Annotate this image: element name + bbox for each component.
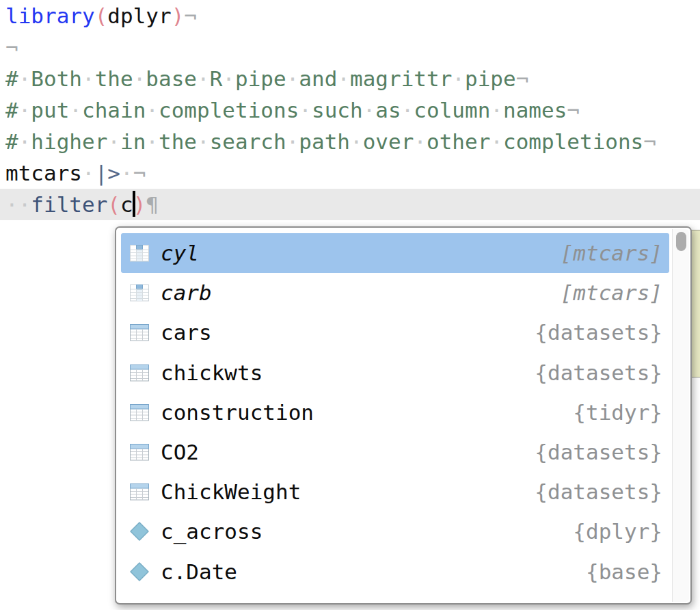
- completion-item[interactable]: c.Date{base}: [121, 552, 669, 592]
- code-token: pipe: [235, 66, 286, 91]
- completion-source-label: {datasets}: [535, 360, 662, 385]
- code-token: names: [503, 98, 567, 122]
- completion-source-label: {tidyr}: [573, 400, 662, 425]
- code-token: put: [31, 98, 69, 122]
- code-token: completions: [503, 129, 643, 154]
- whitespace-dot: ·: [222, 66, 235, 91]
- code-token: ¬: [5, 35, 18, 59]
- completion-name: c.Date: [161, 559, 237, 584]
- whitespace-dot: ·: [18, 129, 31, 154]
- completion-source-label: {datasets}: [535, 320, 662, 345]
- completion-source-label: {dplyr}: [573, 519, 662, 544]
- code-line[interactable]: mtcars·|>·¬: [0, 157, 700, 189]
- completion-source-label: [mtcars]: [561, 241, 662, 265]
- whitespace-dot: ·: [146, 129, 159, 154]
- completion-item[interactable]: ChickWeight{datasets}: [121, 472, 669, 512]
- code-token: Both: [31, 66, 82, 91]
- completion-popup[interactable]: cyl[mtcars] carb[mtcars] cars{datasets} …: [115, 226, 692, 605]
- popup-scrollbar[interactable]: [672, 229, 689, 602]
- code-token: in: [120, 129, 146, 154]
- code-token: chain: [82, 98, 146, 122]
- code-token: ¬: [133, 161, 146, 185]
- whitespace-dot: ·: [5, 192, 18, 217]
- code-token: pipe: [465, 66, 516, 91]
- completion-source-label: {datasets}: [535, 440, 662, 464]
- code-token: such: [312, 98, 363, 122]
- completion-item[interactable]: c_across{dplyr}: [121, 512, 669, 551]
- code-line[interactable]: #·Both·the·base·R·pipe·and·magrittr·pipe…: [0, 63, 700, 94]
- code-line[interactable]: #·higher·in·the·search·path·over·other·c…: [0, 126, 700, 157]
- code-token: ¬: [184, 3, 197, 28]
- code-token: library: [5, 3, 95, 28]
- completion-item[interactable]: cars{datasets}: [121, 313, 669, 352]
- code-token: ): [172, 3, 185, 28]
- whitespace-dot: ·: [133, 66, 146, 91]
- whitespace-dot: ·: [286, 129, 299, 154]
- whitespace-dot: ·: [82, 161, 95, 185]
- whitespace-dot: ·: [18, 98, 31, 122]
- code-token: higher: [31, 129, 107, 154]
- code-token: #: [5, 98, 18, 122]
- code-token: magrittr: [350, 66, 452, 91]
- whitespace-dot: ·: [18, 66, 31, 91]
- code-token: completions: [159, 98, 299, 122]
- code-token: ¬: [567, 98, 580, 122]
- whitespace-dot: ·: [337, 66, 350, 91]
- signature-tooltip-sliver: [691, 230, 700, 377]
- whitespace-dot: ·: [197, 129, 210, 154]
- completion-item[interactable]: cyl[mtcars]: [121, 233, 669, 273]
- completion-source-label: [mtcars]: [561, 280, 662, 305]
- code-token: ): [133, 192, 146, 217]
- table-icon: [129, 442, 150, 462]
- code-token: the: [159, 129, 197, 154]
- whitespace-dot: ·: [18, 192, 31, 217]
- code-token: #: [5, 129, 18, 154]
- whitespace-dot: ·: [490, 98, 503, 122]
- completion-item[interactable]: CO2{datasets}: [121, 432, 669, 472]
- whitespace-dot: ·: [146, 98, 159, 122]
- whitespace-dot: ·: [452, 66, 465, 91]
- completion-name: ChickWeight: [161, 479, 301, 504]
- code-line-current[interactable]: ··filter(c)¶: [0, 189, 700, 220]
- whitespace-dot: ·: [414, 129, 427, 154]
- code-line[interactable]: ¬: [0, 31, 700, 63]
- column-icon: [129, 243, 150, 263]
- code-token: over: [363, 129, 414, 154]
- function-icon: [129, 561, 150, 582]
- completion-name: cars: [161, 320, 212, 345]
- whitespace-dot: ·: [82, 66, 95, 91]
- code-token: column: [414, 98, 490, 122]
- whitespace-dot: ·: [107, 129, 120, 154]
- code-token: ¬: [643, 129, 656, 154]
- completion-item[interactable]: chickwts{datasets}: [121, 353, 669, 393]
- code-token: as: [375, 98, 401, 122]
- whitespace-dot: ·: [197, 66, 210, 91]
- code-token: and: [299, 66, 337, 91]
- completion-item[interactable]: carb[mtcars]: [121, 273, 669, 313]
- code-token: the: [95, 66, 133, 91]
- whitespace-dot: ·: [401, 98, 414, 122]
- completion-name: chickwts: [161, 360, 262, 385]
- code-token: |>: [95, 161, 120, 185]
- code-token: other: [427, 129, 490, 154]
- code-token: dplyr: [107, 3, 171, 28]
- code-token: #: [5, 66, 18, 91]
- code-line[interactable]: library(dplyr)¬: [0, 0, 700, 31]
- table-icon: [129, 481, 150, 502]
- code-line[interactable]: #·put·chain·completions·such·as·column·n…: [0, 94, 700, 126]
- whitespace-dot: ·: [299, 98, 312, 122]
- code-token: base: [146, 66, 197, 91]
- whitespace-dot: ·: [286, 66, 299, 91]
- whitespace-dot: ·: [350, 129, 363, 154]
- column-icon: [129, 282, 150, 303]
- completion-name: carb: [161, 280, 212, 305]
- popup-scrollbar-thumb[interactable]: [676, 232, 686, 251]
- table-icon: [129, 322, 150, 343]
- code-token: path: [299, 129, 350, 154]
- completion-item[interactable]: construction{tidyr}: [121, 393, 669, 432]
- function-icon: [129, 521, 150, 542]
- completion-name: construction: [161, 400, 314, 425]
- whitespace-dot: ·: [363, 98, 376, 122]
- code-token: c: [120, 192, 133, 217]
- code-token: mtcars: [5, 161, 82, 185]
